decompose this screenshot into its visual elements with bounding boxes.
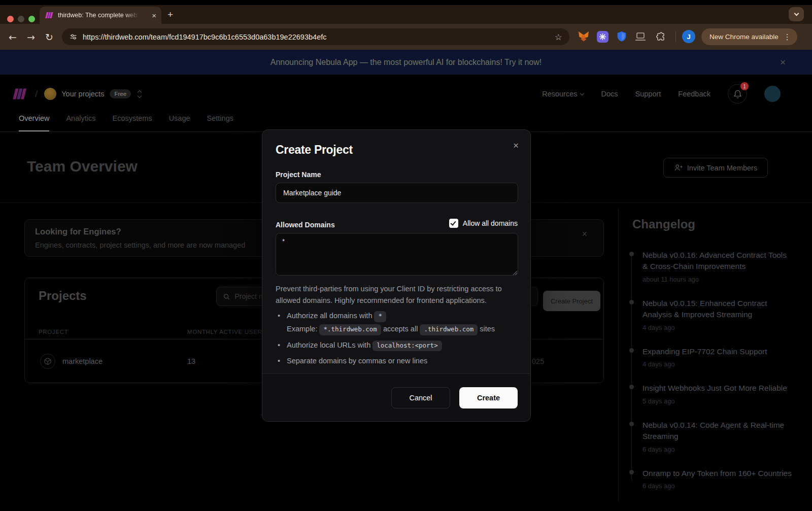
rule-example: Example: *.thirdweb.com accepts all .thi… [287, 324, 518, 335]
allow-all-domains-label: Allow all domains [463, 219, 518, 227]
browser-menu-icon[interactable]: ⋮ [784, 32, 791, 42]
changelog-entry-title[interactable]: Nebula v0.0.16: Advanced Contract Tools … [642, 250, 793, 272]
tab-title: thirdweb: The complete web3 [58, 12, 139, 19]
timeline-dot-icon [629, 470, 634, 474]
allow-all-domains-checkbox[interactable] [449, 219, 458, 228]
changelog-entry-title[interactable]: Insight Webhooks Just Got More Reliable [642, 383, 793, 394]
changelog-panel: Changelog Nebula v0.0.16: Advanced Contr… [618, 208, 812, 501]
chevron-down-icon [794, 11, 799, 16]
update-chrome-button[interactable]: New Chrome available ⋮ [701, 28, 797, 45]
thirdweb-logo-icon [10, 87, 29, 100]
domain-rules-list: Authorize all domains with * Example: *.… [278, 311, 518, 371]
forward-button[interactable]: → [22, 24, 40, 50]
announcement-text[interactable]: Announcing Nebula App — the most powerfu… [270, 58, 542, 67]
invite-team-members-button[interactable]: Invite Team Members [663, 158, 768, 178]
support-link[interactable]: Support [635, 90, 661, 98]
changelog-entry-title[interactable]: Expanding EIP-7702 Chain Support [642, 346, 793, 357]
tab-search-button[interactable] [789, 7, 804, 21]
browser-tab[interactable]: thirdweb: The complete web3 × [40, 7, 161, 24]
allowed-domains-textarea[interactable] [276, 233, 518, 276]
domains-helper-text: Prevent third-parties from using your Cl… [276, 283, 518, 306]
notifications-button[interactable]: 1 [728, 84, 747, 104]
invite-button-label: Invite Team Members [687, 164, 757, 172]
modal-close-icon[interactable]: × [510, 138, 522, 153]
changelog-entry[interactable]: Nebula v0.0.16: Advanced Contract Tools … [642, 250, 793, 283]
metamask-extension-icon[interactable] [577, 30, 590, 43]
project-name-input[interactable] [276, 183, 518, 203]
search-icon [223, 293, 230, 300]
checkmark-icon [450, 220, 456, 226]
docs-link[interactable]: Docs [601, 90, 618, 98]
timeline-dot-icon [629, 252, 634, 256]
shield-extension-icon[interactable] [615, 30, 628, 43]
allowed-domains-label: Allowed Domains [276, 221, 335, 229]
macos-minimize-button[interactable] [18, 16, 24, 22]
browser-profile-avatar[interactable]: J [682, 30, 695, 43]
browser-tab-strip: thirdweb: The complete web3 × + [0, 5, 812, 24]
rule-separate-domains: Separate domains by commas or new lines [278, 356, 518, 367]
macos-zoom-button[interactable] [28, 16, 35, 22]
window-top-edge [0, 0, 812, 5]
reload-button[interactable]: ↻ [41, 24, 58, 50]
changelog-entry-time: 5 days ago [642, 397, 793, 405]
team-tabnav: Overview Analytics Ecosystems Usage Sett… [0, 114, 812, 131]
purple-extension-icon[interactable] [596, 30, 609, 43]
page-title: Team Overview [27, 158, 138, 175]
changelog-heading: Changelog [632, 217, 812, 231]
create-project-modal: Create Project × Project Name Allowed Do… [262, 129, 531, 422]
resources-menu[interactable]: Resources [542, 90, 584, 98]
allow-all-domains-control[interactable]: Allow all domains [449, 219, 518, 228]
feedback-link[interactable]: Feedback [678, 90, 710, 98]
create-button[interactable]: Create [459, 387, 518, 408]
changelog-entry[interactable]: Nebula v0.0.14: Code Agent & Real-time S… [642, 420, 793, 453]
person-plus-icon [674, 163, 683, 172]
site-settings-icon[interactable] [69, 32, 78, 41]
new-tab-button[interactable]: + [167, 9, 173, 20]
user-avatar[interactable] [764, 86, 781, 102]
tab-settings[interactable]: Settings [207, 114, 233, 131]
changelog-entry[interactable]: Expanding EIP-7702 Chain Support 4 days … [642, 346, 793, 368]
tab-usage[interactable]: Usage [169, 114, 190, 131]
notification-count-badge: 1 [740, 82, 749, 90]
changelog-entry[interactable]: Insight Webhooks Just Got More Reliable … [642, 383, 793, 404]
changelog-entry-time: 4 days ago [642, 360, 793, 368]
rule-authorize-all: Authorize all domains with * Example: *.… [278, 311, 518, 335]
address-bar[interactable]: https://thirdweb.com/team/fcd194917bc9c6… [62, 28, 569, 45]
team-name[interactable]: Your projects [61, 90, 104, 98]
project-name-cell: marketplace [62, 357, 103, 365]
changelog-entry-time: about 11 hours ago [642, 276, 793, 283]
resize-grip-icon[interactable] [512, 270, 518, 276]
engines-banner-close-icon[interactable]: × [582, 229, 587, 240]
team-avatar[interactable] [44, 88, 56, 100]
back-button[interactable]: ← [4, 24, 21, 50]
column-project: PROJECT [39, 329, 69, 335]
tab-close-icon[interactable]: × [152, 12, 156, 19]
timeline-dot-icon [629, 422, 634, 426]
team-switcher-icon[interactable] [138, 91, 141, 97]
banner-close-icon[interactable]: × [780, 57, 786, 68]
create-project-button-background[interactable]: Create Project [543, 291, 600, 311]
extensions-puzzle-icon[interactable] [654, 30, 667, 43]
rule-local-urls: Authorize local URLs with localhost:<por… [278, 340, 518, 352]
timeline-dot-icon [629, 385, 634, 389]
laptop-extension-icon[interactable] [634, 30, 647, 43]
changelog-entry-title[interactable]: Onramp to Any Token from 160+ Countries [642, 468, 793, 479]
plan-badge: Free [110, 89, 131, 98]
cancel-button[interactable]: Cancel [391, 387, 450, 408]
bookmark-star-icon[interactable]: ☆ [555, 32, 562, 42]
engines-banner-subtitle: Engines, contracts, project settings, an… [35, 241, 245, 249]
changelog-entry-title[interactable]: Nebula v0.0.15: Enhanced Contract Analys… [642, 298, 793, 321]
tab-ecosystems[interactable]: Ecosystems [112, 114, 152, 131]
macos-close-button[interactable] [7, 16, 14, 22]
code-chip: .thirdweb.com [420, 324, 478, 335]
project-icon [40, 354, 55, 369]
changelog-entry[interactable]: Nebula v0.0.15: Enhanced Contract Analys… [642, 298, 793, 331]
toolbar-divider [675, 31, 676, 42]
tab-analytics[interactable]: Analytics [66, 114, 95, 131]
engines-banner-title: Looking for Engines? [35, 227, 121, 236]
changelog-entry[interactable]: Onramp to Any Token from 160+ Countries … [642, 468, 793, 490]
bell-icon [733, 89, 742, 98]
tab-overview[interactable]: Overview [19, 114, 49, 131]
changelog-entry-title[interactable]: Nebula v0.0.14: Code Agent & Real-time S… [642, 420, 793, 442]
changelog-entry-time: 6 days ago [642, 482, 793, 490]
